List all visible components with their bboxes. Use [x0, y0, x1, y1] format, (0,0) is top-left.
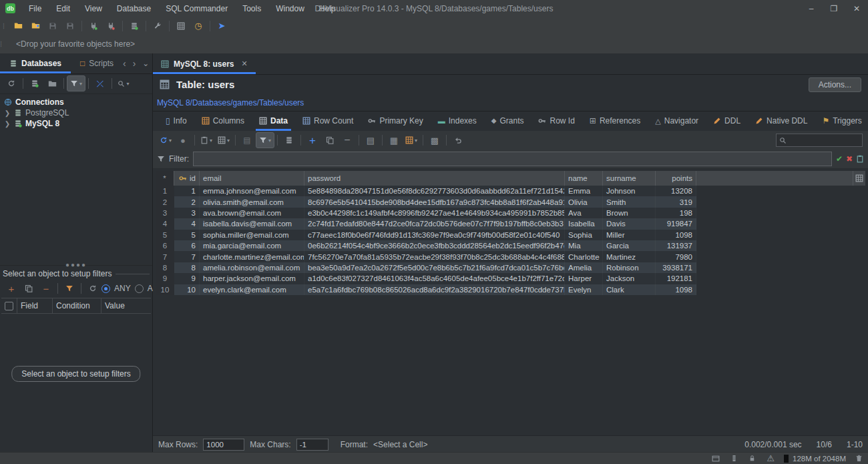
bookmark-button[interactable]: ➤ [213, 19, 230, 33]
chevron-down-icon[interactable]: ⌄ [142, 59, 149, 67]
chevron-down-icon[interactable]: ▾ [268, 138, 271, 144]
tab-triggers[interactable]: ⚑Triggers [816, 111, 867, 131]
cell-surname[interactable]: Clark [603, 284, 656, 295]
tab-indexes[interactable]: ▬Indexes [432, 111, 483, 131]
gc-trash-icon[interactable] [855, 455, 863, 462]
refresh-button[interactable] [84, 281, 101, 296]
editor-tab-mysql8-users[interactable]: MySQL 8: users ✕ [153, 53, 256, 74]
apply-filter-icon[interactable]: ✔ [836, 155, 843, 163]
tab-grants[interactable]: ◆Grants [485, 111, 530, 131]
cell-id[interactable]: 1 [174, 186, 200, 196]
filter-orange-button[interactable] [61, 281, 78, 296]
copy-filter-button[interactable] [20, 281, 37, 296]
cell-id[interactable]: 2 [174, 196, 200, 207]
save-button[interactable] [44, 19, 61, 33]
column-header-name[interactable]: name [565, 171, 603, 186]
cell-id[interactable]: 7 [174, 251, 200, 262]
breadcrumb[interactable]: MySQL 8/Databases/games/Tables/users [157, 98, 304, 107]
tab-primary-key[interactable]: Primary Key [362, 111, 429, 131]
setup-filters-button[interactable]: Select an object to setup filters [11, 366, 140, 382]
cell-surname[interactable]: Brown [603, 208, 656, 218]
cell-points[interactable]: 1098 [656, 284, 696, 295]
lock-icon[interactable] [748, 455, 756, 462]
add-filter-button[interactable]: + [3, 281, 20, 296]
collapse-all-button[interactable]: ⤫ [91, 76, 109, 91]
cell-surname[interactable]: Johnson [603, 186, 656, 196]
chevron-down-icon[interactable]: ▾ [415, 138, 417, 144]
table-row[interactable]: 66mia.garcia@email.com0e6b26214f054c4bf9… [156, 240, 865, 251]
menu-sql-commander[interactable]: SQL Commander [159, 2, 234, 15]
menu-view[interactable]: View [78, 2, 109, 15]
cell-points[interactable]: 919847 [656, 218, 696, 229]
cell-email[interactable]: emma.johnson@email.com [200, 186, 304, 196]
cell-surname[interactable]: Martinez [603, 251, 656, 262]
menu-tools[interactable]: Tools [236, 2, 268, 15]
tab-ddl[interactable]: DDL [707, 111, 746, 131]
sidebar-tab-databases[interactable]: Databases [0, 53, 71, 73]
form-view-button[interactable]: ▦ [385, 133, 403, 148]
cell-password[interactable]: 8c6976e5b5410415bde908bd4dee15dfb167a9c8… [304, 196, 565, 207]
cell-name[interactable]: Mia [565, 240, 603, 251]
text-view-button[interactable]: ▤ [238, 133, 256, 148]
tab-navigator[interactable]: △Navigator [649, 111, 704, 131]
menu-window[interactable]: Window [269, 2, 311, 15]
warning-icon[interactable]: ⚠ [767, 454, 775, 463]
sidebar-tab-scripts[interactable]: □Scripts [71, 53, 123, 73]
filters-col-condition[interactable]: Condition [53, 298, 101, 313]
duplicate-row-button[interactable] [321, 133, 339, 148]
new-connection-button[interactable] [26, 76, 43, 91]
cell-email[interactable]: harper.jackson@email.com [200, 273, 304, 284]
connect-button[interactable] [85, 19, 102, 33]
cell-password[interactable]: 5e884898da28047151d0e56f8dc6292773603d0d… [304, 186, 565, 196]
max-rows-input[interactable] [203, 439, 244, 451]
grid-settings-button[interactable]: ▾ [403, 133, 420, 148]
cell-surname[interactable]: Garcia [603, 240, 656, 251]
column-header-email[interactable]: email [200, 171, 304, 186]
menu-file[interactable]: File [22, 2, 48, 15]
cell-name[interactable]: Harper [565, 273, 603, 284]
table-row[interactable]: 77charlotte.martinez@email.com7fc56270e7… [156, 251, 865, 262]
cell-email[interactable]: isabella.davis@email.com [200, 218, 304, 229]
folder-button[interactable] [43, 76, 61, 91]
remove-filter-button[interactable]: − [37, 281, 55, 296]
add-row-button[interactable]: + [304, 133, 321, 148]
cell-surname[interactable]: Smith [603, 196, 656, 207]
sql-commander-button[interactable] [172, 19, 190, 33]
menu-database[interactable]: Database [110, 2, 158, 15]
delete-row-button[interactable]: − [339, 133, 356, 148]
cell-name[interactable]: Charlotte [565, 251, 603, 262]
tree-item-mysql-8[interactable]: ❯MySQL 8 [0, 118, 152, 129]
chevron-down-icon[interactable]: ▾ [126, 81, 129, 87]
close-icon[interactable]: ✕ [241, 59, 247, 68]
tab-references[interactable]: ⊞References [584, 111, 646, 131]
column-header-id[interactable]: id [174, 171, 200, 186]
tab-columns[interactable]: Columns [196, 111, 250, 131]
cell-points[interactable]: 3938171 [656, 262, 696, 273]
menu-edit[interactable]: Edit [49, 2, 77, 15]
grid-view-button[interactable]: ▾ [215, 133, 232, 148]
filter-hl-button[interactable]: ▾ [256, 132, 274, 148]
chevron-left-icon[interactable]: ‹ [123, 59, 126, 68]
filter-input[interactable] [193, 152, 832, 166]
actions-button[interactable]: Actions... [809, 77, 861, 92]
sidebar-splitter[interactable]: ●●●● [0, 262, 152, 267]
cell-id[interactable]: 8 [174, 262, 200, 273]
cell-surname[interactable]: Robinson [603, 262, 656, 273]
cell-password[interactable]: c77aeec18f0b0e6f746fdd91d13fc369e7f9ea0c… [304, 230, 565, 240]
cell-password[interactable]: 0e6b26214f054c4bf9ce3666b2c0ece3fbb3cddd… [304, 240, 565, 251]
radio-all[interactable] [135, 284, 144, 293]
cell-id[interactable]: 9 [174, 273, 200, 284]
cell-password[interactable]: 7fc56270e7a70fa81a5935b72eacbe29f38f93f7… [304, 251, 565, 262]
cell-points[interactable]: 1098 [656, 230, 696, 240]
table-row[interactable]: 33ava.brown@email.come3b0c44298fc1c149af… [156, 208, 865, 218]
cell-password[interactable]: e5a7c1a6fdbc769b08c865026acd8a6dc9f2a382… [304, 284, 565, 295]
script-button[interactable]: ▤ [362, 133, 379, 148]
cell-surname[interactable]: Davis [603, 218, 656, 229]
filters-col-value[interactable]: Value [101, 298, 151, 313]
cell-name[interactable]: Isabella [565, 218, 603, 229]
open-folder-blue-button[interactable]: ● [27, 19, 44, 33]
new-connection-button[interactable] [126, 19, 143, 33]
filters-col-field[interactable]: Field [17, 298, 53, 313]
grid-search-input[interactable] [789, 136, 859, 145]
paste-filter-icon[interactable] [856, 155, 864, 163]
